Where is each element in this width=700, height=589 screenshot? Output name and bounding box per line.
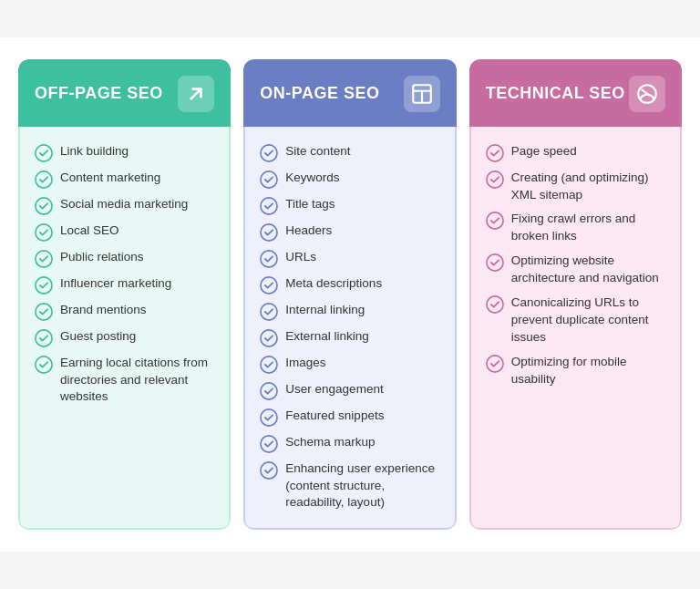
svg-point-5 — [36, 277, 52, 294]
list-item: Title tags — [260, 196, 439, 215]
list-item: URLs — [260, 249, 439, 268]
check-icon — [486, 355, 504, 373]
list-item: Guest posting — [35, 328, 214, 347]
list-item-text: Earning local citations from directories… — [60, 355, 214, 407]
column-offpage: OFF-PAGE SEO Link building Content marke… — [18, 59, 231, 531]
list-item-text: Meta descriptions — [285, 275, 382, 293]
list-item: Keywords — [260, 170, 439, 189]
check-icon — [486, 212, 504, 230]
technical-icon — [629, 76, 665, 112]
list-item: Images — [260, 355, 439, 374]
svg-point-18 — [261, 304, 277, 320]
list-item-text: Optimizing for mobile usability — [511, 354, 665, 388]
column-onpage: ON-PAGE SEO Site content Keywords Title … — [243, 59, 456, 531]
check-icon — [260, 303, 278, 321]
svg-point-13 — [261, 171, 277, 188]
check-icon — [260, 408, 278, 427]
list-item: Social media marketing — [35, 196, 214, 215]
list-item-text: Page speed — [511, 143, 577, 160]
technical-list: Page speed Creating (and optimizing) XML… — [486, 143, 665, 388]
list-item: Fixing crawl errors and broken links — [486, 211, 665, 245]
check-icon — [35, 197, 53, 215]
list-item: Page speed — [486, 143, 665, 162]
svg-point-14 — [261, 198, 277, 214]
list-item-text: Images — [285, 355, 325, 372]
technical-body: Page speed Creating (and optimizing) XML… — [469, 127, 682, 531]
offpage-title: OFF-PAGE SEO — [35, 84, 163, 104]
list-item-text: Internal linking — [285, 302, 365, 319]
list-item-text: Enhancing user experience (content struc… — [285, 460, 439, 512]
offpage-icon — [178, 76, 214, 112]
list-item-text: URLs — [285, 249, 316, 266]
onpage-icon — [404, 76, 440, 112]
onpage-list: Site content Keywords Title tags Headers… — [260, 143, 439, 512]
list-item-text: Link building — [60, 143, 129, 160]
svg-point-3 — [36, 224, 52, 241]
svg-point-6 — [36, 304, 52, 320]
svg-point-22 — [261, 409, 277, 426]
check-icon — [260, 197, 278, 215]
check-icon — [260, 356, 278, 374]
list-item-text: Content marketing — [60, 170, 160, 187]
list-item: User engagement — [260, 381, 439, 400]
svg-point-28 — [487, 171, 503, 188]
list-item: Featured snippets — [260, 408, 439, 427]
check-icon — [260, 276, 278, 294]
check-icon — [486, 253, 504, 272]
svg-point-8 — [36, 356, 52, 373]
check-icon — [35, 250, 53, 268]
check-icon — [260, 170, 278, 189]
svg-point-23 — [261, 436, 277, 452]
list-item: Site content — [260, 143, 439, 162]
list-item: Creating (and optimizing) XML sitemap — [486, 170, 665, 204]
check-icon — [35, 144, 53, 162]
list-item-text: User engagement — [285, 381, 383, 398]
svg-point-20 — [261, 356, 277, 373]
check-icon — [35, 170, 53, 189]
list-item: Link building — [35, 143, 214, 162]
svg-point-21 — [261, 383, 277, 399]
column-technical: TECHNICAL SEO Page speed Creating (and o… — [469, 59, 682, 531]
list-item-text: Featured snippets — [285, 408, 384, 425]
onpage-body: Site content Keywords Title tags Headers… — [243, 127, 456, 531]
check-icon — [486, 144, 504, 162]
list-item: Local SEO — [35, 222, 214, 242]
svg-point-29 — [487, 212, 503, 229]
svg-point-30 — [487, 254, 503, 271]
technical-title: TECHNICAL SEO — [486, 84, 625, 104]
check-icon — [35, 276, 53, 294]
list-item: Earning local citations from directories… — [35, 355, 214, 407]
main-container: OFF-PAGE SEO Link building Content marke… — [0, 37, 700, 553]
list-item: Schema markup — [260, 434, 439, 453]
check-icon — [486, 295, 504, 314]
list-item-text: Site content — [285, 143, 350, 160]
check-icon — [260, 382, 278, 400]
list-item-text: Public relations — [60, 249, 144, 266]
offpage-body: Link building Content marketing Social m… — [18, 127, 231, 531]
list-item: External linking — [260, 328, 439, 347]
list-item-text: Influencer marketing — [60, 275, 171, 293]
list-item: Headers — [260, 222, 439, 242]
list-item-text: Social media marketing — [60, 196, 188, 213]
check-icon — [260, 435, 278, 453]
svg-point-1 — [36, 171, 52, 188]
check-icon — [260, 250, 278, 268]
list-item: Brand mentions — [35, 302, 214, 321]
svg-point-4 — [36, 251, 52, 267]
list-item-text: Schema markup — [285, 434, 375, 451]
check-icon — [35, 329, 53, 347]
svg-point-0 — [36, 145, 52, 161]
list-item: Optimizing website architecture and navi… — [486, 253, 665, 287]
list-item: Meta descriptions — [260, 275, 439, 294]
svg-point-15 — [261, 224, 277, 241]
list-item-text: Headers — [285, 222, 332, 240]
list-item: Influencer marketing — [35, 275, 214, 294]
offpage-header: OFF-PAGE SEO — [18, 59, 231, 127]
check-icon — [260, 144, 278, 162]
technical-header: TECHNICAL SEO — [469, 59, 682, 127]
list-item: Internal linking — [260, 302, 439, 321]
onpage-header: ON-PAGE SEO — [243, 59, 456, 127]
list-item-text: Title tags — [285, 196, 335, 213]
list-item-text: Local SEO — [60, 222, 119, 240]
check-icon — [35, 356, 53, 374]
